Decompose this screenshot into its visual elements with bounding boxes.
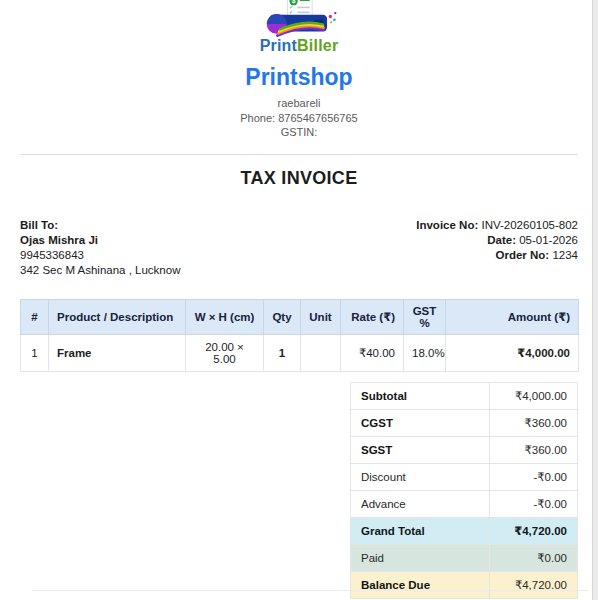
items-col-unit: Unit bbox=[301, 299, 341, 334]
totals-row-cgst: CGST ₹360.00 bbox=[351, 409, 578, 436]
subtotal-value: ₹4,000.00 bbox=[490, 382, 578, 409]
items-col-product: Product / Description bbox=[49, 299, 186, 334]
items-col-size: W × H (cm) bbox=[186, 299, 264, 334]
bill-to-section: Bill To: Ojas Mishra Ji 9945336843 342 S… bbox=[20, 218, 180, 278]
bottom-divider bbox=[32, 590, 588, 591]
items-col-number: # bbox=[21, 299, 49, 334]
shop-phone: Phone: 8765467656765 bbox=[20, 111, 578, 126]
cgst-value: ₹360.00 bbox=[490, 409, 578, 436]
shop-name: Printshop bbox=[20, 63, 578, 91]
totals-row-balance-due: Balance Due ₹4,720.00 bbox=[351, 571, 578, 598]
items-table: # Product / Description W × H (cm) Qty U… bbox=[20, 299, 579, 372]
printbiller-wordmark: PrintBiller bbox=[20, 38, 578, 54]
invoice-date-row: Date: 05-01-2026 bbox=[416, 233, 578, 248]
grand-total-label: Grand Total bbox=[351, 517, 490, 544]
invoice-page: $ ✓ ✓ ✓ PrintBiller Printshop raebareli bbox=[0, 0, 598, 599]
sgst-label: SGST bbox=[351, 436, 490, 463]
item-row: 1 Frame 20.00 × 5.00 1 ₹40.00 18.0% ₹4,0… bbox=[21, 334, 579, 371]
items-col-qty: Qty bbox=[264, 299, 301, 334]
shop-location: raebareli bbox=[20, 96, 578, 111]
order-number-row: Order No: 1234 bbox=[416, 248, 578, 263]
items-header-row: # Product / Description W × H (cm) Qty U… bbox=[21, 299, 579, 334]
invoice-number-value: INV-20260105-802 bbox=[481, 219, 578, 231]
invoice-meta-section: Invoice No: INV-20260105-802 Date: 05-01… bbox=[416, 218, 578, 278]
balance-due-value: ₹4,720.00 bbox=[490, 571, 578, 598]
wordmark-print: Print bbox=[260, 37, 297, 54]
paid-value: ₹0.00 bbox=[490, 544, 578, 571]
item-unit bbox=[301, 334, 341, 371]
invoice-title: TAX INVOICE bbox=[20, 168, 578, 189]
order-number-label: Order No: bbox=[496, 249, 550, 261]
items-col-gst: GST % bbox=[404, 299, 446, 334]
totals-row-grand-total: Grand Total ₹4,720.00 bbox=[351, 517, 578, 544]
item-size: 20.00 × 5.00 bbox=[186, 334, 264, 371]
item-product: Frame bbox=[49, 334, 186, 371]
totals-row-sgst: SGST ₹360.00 bbox=[351, 436, 578, 463]
totals-row-discount: Discount -₹0.00 bbox=[351, 463, 578, 490]
invoice-date-label: Date: bbox=[487, 234, 516, 246]
totals-row-paid: Paid ₹0.00 bbox=[351, 544, 578, 571]
items-col-amount: Amount (₹) bbox=[446, 299, 579, 334]
cgst-label: CGST bbox=[351, 409, 490, 436]
item-rate: ₹40.00 bbox=[341, 334, 404, 371]
advance-label: Advance bbox=[351, 490, 490, 517]
customer-phone: 9945336843 bbox=[20, 248, 180, 263]
grand-total-value: ₹4,720.00 bbox=[490, 517, 578, 544]
invoice-number-row: Invoice No: INV-20260105-802 bbox=[416, 218, 578, 233]
totals-row-subtotal: Subtotal ₹4,000.00 bbox=[351, 382, 578, 409]
scrollbar-track[interactable] bbox=[592, 0, 598, 600]
customer-name: Ojas Mishra Ji bbox=[20, 233, 180, 248]
paid-label: Paid bbox=[351, 544, 490, 571]
item-qty: 1 bbox=[264, 334, 301, 371]
parties-section: Bill To: Ojas Mishra Ji 9945336843 342 S… bbox=[20, 218, 578, 278]
item-gst: 18.0% bbox=[404, 334, 446, 371]
balance-due-label: Balance Due bbox=[351, 571, 490, 598]
shop-header: $ ✓ ✓ ✓ PrintBiller Printshop raebareli bbox=[20, 0, 578, 140]
shop-details: raebareli Phone: 8765467656765 GSTIN: bbox=[20, 96, 578, 140]
bill-to-label: Bill To: bbox=[20, 218, 180, 233]
item-number: 1 bbox=[21, 334, 49, 371]
order-number-value: 1234 bbox=[552, 249, 578, 261]
printbiller-logo-icon: $ ✓ ✓ ✓ bbox=[256, 0, 342, 38]
customer-address: 342 Sec M Ashinana , Lucknow bbox=[20, 263, 180, 278]
sgst-value: ₹360.00 bbox=[490, 436, 578, 463]
header-divider bbox=[20, 154, 578, 155]
subtotal-label: Subtotal bbox=[351, 382, 490, 409]
shop-gstin: GSTIN: bbox=[20, 125, 578, 140]
totals-row-advance: Advance -₹0.00 bbox=[351, 490, 578, 517]
discount-value: -₹0.00 bbox=[490, 463, 578, 490]
wordmark-biller: Biller bbox=[297, 37, 338, 54]
discount-label: Discount bbox=[351, 463, 490, 490]
totals-table: Subtotal ₹4,000.00 CGST ₹360.00 SGST ₹36… bbox=[350, 382, 578, 599]
advance-value: -₹0.00 bbox=[490, 490, 578, 517]
invoice-number-label: Invoice No: bbox=[416, 219, 478, 231]
items-col-rate: Rate (₹) bbox=[341, 299, 404, 334]
item-amount: ₹4,000.00 bbox=[446, 334, 579, 371]
invoice-date-value: 05-01-2026 bbox=[519, 234, 578, 246]
